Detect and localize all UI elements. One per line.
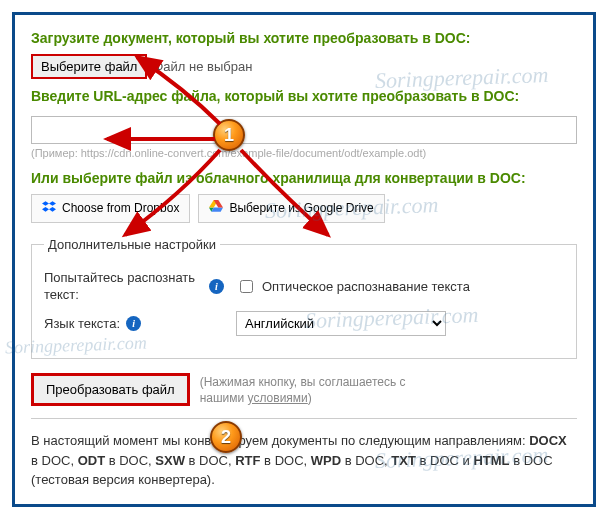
form-container: Загрузите документ, который вы хотите пр… <box>12 12 596 507</box>
agree-text: (Нажимая кнопку, вы соглашаетесь с нашим… <box>200 374 430 406</box>
gdrive-button-label: Выберите из Google Drive <box>229 201 373 215</box>
ocr-row: Попытайтесь распознать текст: i Оптическ… <box>44 270 564 304</box>
dropbox-button-label: Choose from Dropbox <box>62 201 179 215</box>
url-heading: Введите URL-адрес файла, который вы хоти… <box>31 87 577 106</box>
footer-text: В настоящий момент мы конвертируем докум… <box>31 431 577 490</box>
advanced-fieldset: Дополнительные настройки Попытайтесь рас… <box>31 237 577 360</box>
language-select[interactable]: Английский <box>236 311 446 336</box>
url-example: (Пример: https://cdn.online-convert.com/… <box>31 147 577 159</box>
no-file-text: Файл не выбран <box>153 59 252 74</box>
divider <box>31 418 577 419</box>
gdrive-icon <box>209 200 223 217</box>
convert-button[interactable]: Преобразовать файл <box>31 373 190 406</box>
gdrive-button[interactable]: Выберите из Google Drive <box>198 194 384 223</box>
cloud-heading: Или выберите файл из облачного хранилища… <box>31 169 577 188</box>
info-icon[interactable]: i <box>209 279 224 294</box>
cloud-buttons-row: Choose from Dropbox Выберите из Google D… <box>31 194 577 223</box>
lang-label: Язык текста: <box>44 316 120 333</box>
ocr-checkbox[interactable] <box>240 280 253 293</box>
info-icon[interactable]: i <box>126 316 141 331</box>
dropbox-button[interactable]: Choose from Dropbox <box>31 194 190 223</box>
ocr-label: Попытайтесь распознать текст: <box>44 270 203 304</box>
upload-heading: Загрузите документ, который вы хотите пр… <box>31 29 577 48</box>
advanced-legend: Дополнительные настройки <box>44 237 220 252</box>
url-input[interactable] <box>31 116 577 144</box>
terms-link[interactable]: условиями <box>248 391 308 405</box>
lang-row: Язык текста: i Английский <box>44 311 564 336</box>
agree-suffix: ) <box>308 391 312 405</box>
dropbox-icon <box>42 200 56 217</box>
submit-row: Преобразовать файл (Нажимая кнопку, вы с… <box>31 373 577 406</box>
upload-row: Выберите файл Файл не выбран <box>31 54 577 79</box>
choose-file-button[interactable]: Выберите файл <box>31 54 147 79</box>
ocr-checkbox-label: Оптическое распознавание текста <box>262 279 470 294</box>
